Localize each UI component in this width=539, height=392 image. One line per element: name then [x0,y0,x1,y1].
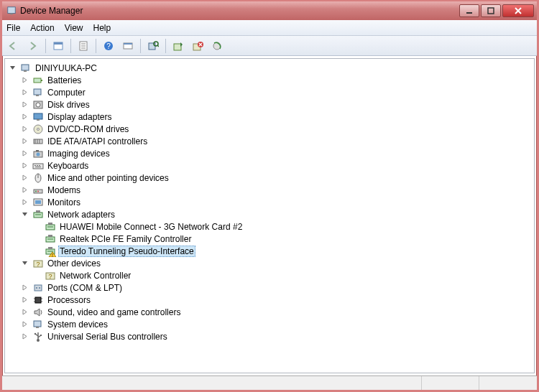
expander-icon[interactable] [9,64,17,72]
update-driver-button[interactable] [170,38,187,54]
tree-label[interactable]: Imaging devices [46,149,111,159]
tree-label[interactable]: IDE ATA/ATAPI controllers [46,136,149,146]
expander-icon[interactable] [21,88,29,96]
expander-icon[interactable] [21,320,29,328]
tree-category[interactable]: Ports (COM & LPT) [6,281,533,294]
tree-category[interactable]: Keyboards [6,159,533,172]
expander-icon[interactable] [21,284,29,291]
uninstall-button[interactable] [189,38,206,54]
tree-category[interactable]: Network adapters [6,208,533,220]
svg-rect-62 [48,247,52,249]
expander-icon[interactable] [21,125,29,133]
expander-icon[interactable] [21,162,29,169]
disk-icon [32,99,44,111]
tree-category[interactable]: Universal Serial Bus controllers [6,330,533,342]
svg-rect-40 [33,164,43,169]
cd-icon [32,123,44,135]
forward-button[interactable] [24,38,42,54]
tree-label[interactable]: HUAWEI Mobile Connect - 3G Network Card … [58,222,244,232]
other-icon: ? [32,258,44,269]
menu-action[interactable]: Action [30,23,54,33]
expander-icon[interactable] [21,259,29,267]
maximize-button[interactable] [481,4,501,17]
tree-label[interactable]: Monitors [46,197,82,207]
tree-label[interactable]: Display adapters [46,112,113,122]
tree-label[interactable]: Disk drives [46,100,91,110]
tb-btn-1[interactable] [50,38,67,54]
expander-icon[interactable] [21,210,29,218]
back-button[interactable] [5,38,22,54]
cpu-icon [32,294,44,306]
tree-label[interactable]: Processors [46,295,92,305]
window-title: Device Manager [20,6,83,16]
tree-label[interactable]: Other devices [46,258,102,269]
minimize-button[interactable] [459,4,479,17]
expander-icon[interactable] [21,198,29,206]
tree-device[interactable]: !Teredo Tunneling Pseudo-Interface [6,245,533,257]
expander-icon[interactable] [21,332,29,340]
svg-rect-39 [36,150,39,151]
menu-file[interactable]: File [6,23,20,33]
tree-label[interactable]: Keyboards [46,161,90,171]
tree-label[interactable]: Ports (COM & LPT) [46,283,124,293]
svg-point-81 [34,332,36,334]
tree-label[interactable]: Network Controller [58,271,132,281]
expander-icon[interactable] [21,186,29,194]
tree-label[interactable]: Modems [46,185,82,195]
expander-icon[interactable] [21,174,29,182]
expander-icon[interactable] [21,137,29,145]
expander-icon[interactable] [21,308,29,316]
tree-label[interactable]: System devices [46,319,109,330]
tree-category[interactable]: System devices [6,318,533,330]
tree-category[interactable]: Modems [6,184,533,196]
pc-icon [20,62,32,74]
tree-label[interactable]: DINIYUUKA-PC [34,63,98,73]
tree-category[interactable]: Batteries [6,74,533,86]
tree-category[interactable]: Processors [6,294,533,306]
tree-label[interactable]: Realtek PCIe FE Family Controller [58,234,193,244]
menu-view[interactable]: View [65,23,83,33]
tree-label[interactable]: DVD/CD-ROM drives [46,124,130,134]
menu-help[interactable]: Help [93,23,111,33]
tree-category[interactable]: IDE ATA/ATAPI controllers [6,135,533,147]
tree-category[interactable]: Mice and other pointing devices [6,172,533,184]
expander-icon[interactable] [21,76,29,84]
tree-device[interactable]: Realtek PCIe FE Family Controller [6,233,533,245]
tree-category[interactable]: Imaging devices [6,147,533,159]
titlebar[interactable]: Device Manager [2,1,537,20]
svg-rect-5 [54,42,63,45]
tree-category[interactable]: Disk drives [6,98,533,111]
tree-category[interactable]: ?Other devices [6,257,533,269]
tree-category[interactable]: Sound, video and game controllers [6,306,533,318]
tree-label[interactable]: Network adapters [46,210,116,220]
tree-label[interactable]: Batteries [46,75,83,85]
ide-icon [32,136,44,147]
disable-button[interactable] [208,38,226,54]
device-tree[interactable]: DINIYUUKA-PCBatteriesComputerDisk drives… [4,58,535,373]
tree-category[interactable]: Display adapters [6,111,533,123]
tb-btn-2[interactable] [119,38,137,54]
tree-category[interactable]: Computer [6,86,533,98]
svg-point-48 [35,190,37,192]
usb-icon [32,331,44,342]
tree-label[interactable]: Mice and other pointing devices [46,173,170,183]
tree-root[interactable]: DINIYUUKA-PC [6,62,533,74]
tree-device[interactable]: HUAWEI Mobile Connect - 3G Network Card … [6,220,533,233]
expander-icon[interactable] [21,149,29,157]
close-button[interactable] [502,4,534,17]
tree-label[interactable]: Teredo Tunneling Pseudo-Interface [58,246,195,257]
expander-icon[interactable] [21,296,29,304]
other-icon: ? [45,270,56,281]
tree-label[interactable]: Universal Serial Bus controllers [46,332,169,342]
tree-device[interactable]: ?Network Controller [6,269,533,281]
tree-category[interactable]: DVD/CD-ROM drives [6,123,533,135]
scan-hardware-button[interactable] [144,38,162,54]
expander-icon[interactable] [21,101,29,108]
help-button[interactable]: ? [100,38,117,54]
tree-label[interactable]: Computer [46,88,87,98]
properties-button[interactable] [75,38,92,54]
expander-icon[interactable] [21,113,29,121]
tree-label[interactable]: Sound, video and game controllers [46,307,182,317]
tree-category[interactable]: Monitors [6,196,533,208]
svg-rect-25 [34,89,41,95]
